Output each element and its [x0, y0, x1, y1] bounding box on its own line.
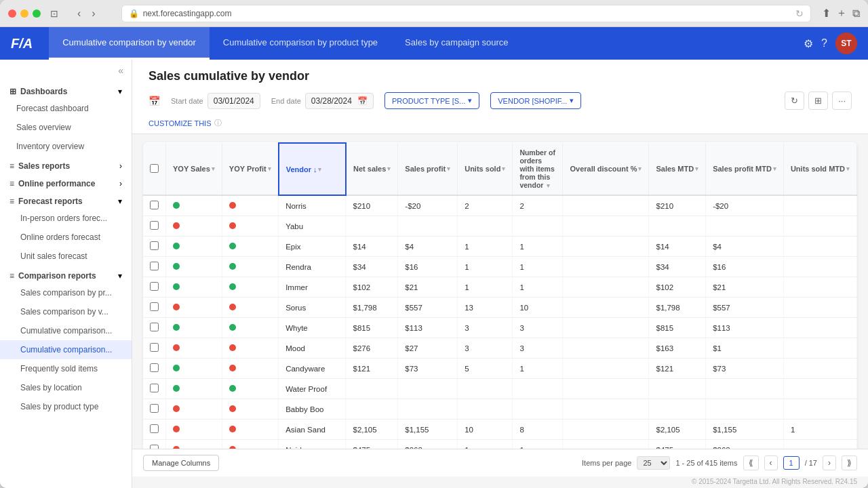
share-button[interactable]: ⬆ [822, 6, 831, 20]
help-icon[interactable]: ? [821, 37, 827, 49]
sidebar-item-sales-by-product-type[interactable]: Sales by product type [0, 397, 132, 416]
row-checkbox-cell[interactable] [143, 257, 166, 277]
header-sales-profit[interactable]: Sales profit ▾ [398, 143, 458, 195]
header-units-sold-mtd[interactable]: Units sold MTD ▾ [783, 143, 856, 195]
prev-page-btn[interactable]: ‹ [764, 455, 778, 470]
header-sales-profit-mtd[interactable]: Sales profit MTD ▾ [706, 143, 784, 195]
yoy-sales-dot [173, 426, 180, 432]
end-date-value[interactable]: 03/28/2024 📅 [305, 93, 374, 109]
row-checkbox[interactable] [150, 404, 159, 413]
sidebar-item-online-orders-forecast[interactable]: Online orders forecast [0, 228, 132, 247]
table-row: Water Proof [143, 379, 857, 399]
grid-view-btn[interactable]: ⊞ [808, 92, 828, 110]
cell-profit-mtd [706, 379, 784, 399]
row-checkbox-cell[interactable] [143, 298, 166, 318]
sidebar-toggle-btn[interactable]: ⊡ [46, 7, 62, 20]
row-checkbox-cell[interactable] [143, 216, 166, 237]
tab-product-type[interactable]: Cumulative comparison by product type [210, 27, 391, 60]
next-page-btn[interactable]: › [823, 455, 836, 470]
row-checkbox[interactable] [150, 221, 159, 230]
row-checkbox-cell[interactable] [143, 399, 166, 420]
sidebar-item-cumulative-comparison2[interactable]: Cumulative comparison... [0, 340, 132, 359]
header-yoy-sales[interactable]: YOY Sales ▾ [166, 143, 222, 195]
row-checkbox-cell[interactable] [143, 440, 166, 449]
vendor-filter[interactable]: VENDOR [SHOPIF... ▾ [490, 92, 581, 109]
sidebar-item-cumulative-comparison1[interactable]: Cumulative comparison... [0, 321, 132, 340]
table-row: Neidre $475 $263 1 1 $475 $263 [143, 440, 857, 449]
maximize-dot[interactable] [33, 9, 41, 18]
header-sales-mtd[interactable]: Sales MTD ▾ [649, 143, 706, 195]
reload-icon[interactable]: ↻ [795, 8, 804, 19]
row-checkbox-cell[interactable] [143, 379, 166, 399]
row-checkbox-cell[interactable] [143, 359, 166, 379]
last-page-btn[interactable]: ⟫ [842, 455, 857, 470]
row-checkbox-cell[interactable] [143, 318, 166, 338]
per-page-select[interactable]: 25 50 100 [637, 456, 670, 470]
sidebar-item-sales-by-location[interactable]: Sales by location [0, 378, 132, 397]
sidebar-section-dashboards[interactable]: ⊞ Dashboards ▾ [0, 81, 132, 99]
row-checkbox-cell[interactable] [143, 338, 166, 359]
start-date-value[interactable]: 03/01/2024 [208, 93, 260, 109]
settings-icon[interactable]: ⚙ [804, 37, 813, 50]
minimize-dot[interactable] [20, 9, 28, 18]
header-overall-discount[interactable]: Overall discount % ▾ [563, 143, 649, 195]
row-checkbox[interactable] [150, 282, 159, 291]
sidebar-item-sales-comparison-pr[interactable]: Sales comparison by pr... [0, 283, 132, 302]
sidebar-item-sales-comparison-v[interactable]: Sales comparison by v... [0, 302, 132, 321]
row-checkbox[interactable] [150, 201, 159, 209]
cell-profit-mtd: -$20 [706, 195, 784, 216]
select-all-checkbox[interactable] [150, 164, 159, 173]
header-net-sales[interactable]: Net sales ▾ [346, 143, 398, 195]
refresh-filter-btn[interactable]: ↻ [785, 92, 804, 110]
back-button[interactable]: ‹ [73, 6, 85, 21]
cell-overall-discount [563, 237, 649, 257]
tab-campaign[interactable]: Sales by campaign source [391, 27, 521, 60]
sidebar-item-frequently-sold-items[interactable]: Frequently sold items [0, 359, 132, 378]
product-type-filter[interactable]: PRODUCT TYPE [S... ▾ [384, 92, 479, 109]
cell-units-sold: 1 [458, 237, 513, 257]
user-avatar[interactable]: ST [835, 33, 857, 54]
header-units-sold[interactable]: Units sold ▾ [458, 143, 513, 195]
sidebar-section-online-performance[interactable]: ≡ Online performance › [0, 174, 132, 191]
row-checkbox-cell[interactable] [143, 237, 166, 257]
sidebar-item-inventory-overview[interactable]: Inventory overview [0, 137, 132, 156]
sidebar-collapse-btn[interactable]: « [0, 60, 132, 81]
row-checkbox[interactable] [150, 384, 159, 392]
more-options-btn[interactable]: ··· [832, 92, 852, 110]
table-row: Asian Sand $2,105 $1,155 10 8 $2,105 $1,… [143, 420, 857, 440]
header-yoy-profit[interactable]: YOY Profit ▾ [222, 143, 278, 195]
sidebar-item-in-person-orders[interactable]: In-person orders forec... [0, 209, 132, 228]
cell-overall-discount [563, 298, 649, 318]
sidebar-item-unit-sales-forecast[interactable]: Unit sales forecast [0, 247, 132, 266]
row-checkbox[interactable] [150, 343, 159, 352]
row-checkbox[interactable] [150, 424, 159, 433]
tabs-button[interactable]: ⧉ [852, 6, 860, 20]
row-checkbox-cell[interactable] [143, 277, 166, 298]
sidebar-item-forecast-dashboard[interactable]: Forecast dashboard [0, 99, 132, 118]
row-checkbox-cell[interactable] [143, 195, 166, 216]
header-checkbox[interactable] [143, 143, 166, 195]
yoy-profit-dot [229, 263, 236, 270]
table-row: Candyware $121 $73 5 1 $121 $73 [143, 359, 857, 379]
manage-columns-btn[interactable]: Manage Columns [143, 455, 219, 471]
header-vendor[interactable]: Vendor ↓ ▾ [279, 143, 346, 195]
row-checkbox[interactable] [150, 302, 159, 311]
row-checkbox[interactable] [150, 363, 159, 372]
tab-vendor[interactable]: Cumulative comparison by vendor [49, 27, 210, 60]
row-checkbox[interactable] [150, 241, 159, 250]
new-tab-button[interactable]: ＋ [836, 6, 847, 20]
sidebar-section-sales-reports[interactable]: ≡ Sales reports › [0, 156, 132, 174]
first-page-btn[interactable]: ⟪ [743, 455, 759, 470]
cell-overall-discount [563, 195, 649, 216]
close-dot[interactable] [8, 9, 16, 18]
header-num-orders[interactable]: Number of orders with items from this ve… [513, 143, 563, 195]
sidebar-item-sales-overview[interactable]: Sales overview [0, 118, 132, 137]
row-checkbox[interactable] [150, 262, 159, 270]
customize-link[interactable]: CUSTOMIZE THIS ⓘ [149, 118, 222, 128]
row-checkbox[interactable] [150, 323, 159, 331]
sidebar-section-forecast-reports[interactable]: ≡ Forecast reports ▾ [0, 191, 132, 209]
sidebar-section-comparison-reports[interactable]: ≡ Comparison reports ▾ [0, 266, 132, 283]
url-bar[interactable]: 🔒 next.forecastingapp.com ↻ [121, 5, 811, 22]
row-checkbox-cell[interactable] [143, 420, 166, 440]
forward-button[interactable]: › [87, 6, 99, 21]
